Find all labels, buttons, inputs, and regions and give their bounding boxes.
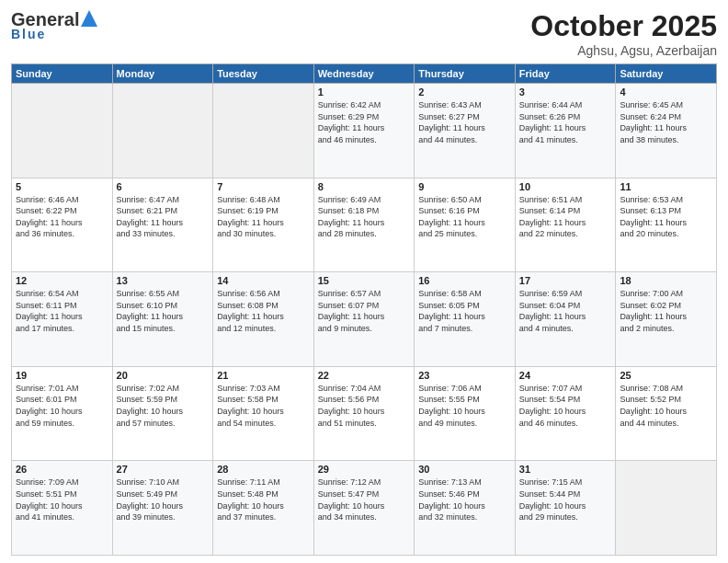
col-header-wednesday: Wednesday — [313, 64, 415, 84]
day-info: Sunrise: 7:07 AM Sunset: 5:54 PM Dayligh… — [519, 383, 612, 429]
day-info: Sunrise: 6:54 AM Sunset: 6:11 PM Dayligh… — [16, 288, 108, 334]
day-info: Sunrise: 6:58 AM Sunset: 6:05 PM Dayligh… — [418, 288, 511, 334]
day-number: 21 — [217, 370, 310, 381]
day-info: Sunrise: 7:13 AM Sunset: 5:46 PM Dayligh… — [418, 477, 511, 523]
day-number: 16 — [418, 275, 511, 286]
calendar-cell: 2Sunrise: 6:43 AM Sunset: 6:27 PM Daylig… — [415, 84, 516, 178]
calendar-cell: 11Sunrise: 6:53 AM Sunset: 6:13 PM Dayli… — [616, 178, 717, 272]
calendar-cell: 13Sunrise: 6:55 AM Sunset: 6:10 PM Dayli… — [112, 272, 213, 367]
calendar-cell: 20Sunrise: 7:02 AM Sunset: 5:59 PM Dayli… — [112, 366, 213, 461]
calendar-cell: 28Sunrise: 7:11 AM Sunset: 5:48 PM Dayli… — [213, 461, 314, 556]
day-number: 6 — [117, 181, 210, 192]
day-number: 9 — [418, 181, 511, 192]
day-number: 31 — [519, 464, 612, 475]
calendar-cell: 24Sunrise: 7:07 AM Sunset: 5:54 PM Dayli… — [515, 366, 616, 461]
calendar-cell — [213, 84, 314, 178]
col-header-saturday: Saturday — [616, 64, 717, 84]
day-number: 11 — [620, 181, 712, 192]
day-number: 20 — [117, 370, 210, 381]
day-number: 18 — [620, 275, 712, 286]
calendar-cell: 14Sunrise: 6:56 AM Sunset: 6:08 PM Dayli… — [213, 272, 314, 367]
day-number: 15 — [318, 275, 411, 286]
day-number: 3 — [519, 86, 612, 98]
day-number: 29 — [318, 464, 411, 475]
day-info: Sunrise: 6:46 AM Sunset: 6:22 PM Dayligh… — [16, 194, 108, 240]
day-info: Sunrise: 6:56 AM Sunset: 6:08 PM Dayligh… — [217, 288, 310, 334]
day-info: Sunrise: 6:44 AM Sunset: 6:26 PM Dayligh… — [519, 99, 612, 145]
day-info: Sunrise: 7:10 AM Sunset: 5:49 PM Dayligh… — [117, 477, 210, 523]
calendar-cell — [12, 84, 113, 178]
day-number: 23 — [418, 370, 511, 381]
day-info: Sunrise: 7:03 AM Sunset: 5:58 PM Dayligh… — [217, 383, 310, 429]
day-info: Sunrise: 6:49 AM Sunset: 6:18 PM Dayligh… — [318, 194, 411, 240]
day-number: 19 — [16, 370, 108, 381]
calendar-cell: 30Sunrise: 7:13 AM Sunset: 5:46 PM Dayli… — [415, 461, 516, 556]
day-info: Sunrise: 7:15 AM Sunset: 5:44 PM Dayligh… — [519, 477, 612, 523]
calendar-cell: 10Sunrise: 6:51 AM Sunset: 6:14 PM Dayli… — [515, 178, 616, 272]
header-row: SundayMondayTuesdayWednesdayThursdayFrid… — [12, 64, 717, 84]
col-header-tuesday: Tuesday — [213, 64, 314, 84]
day-number: 26 — [16, 464, 108, 475]
day-info: Sunrise: 7:01 AM Sunset: 6:01 PM Dayligh… — [16, 383, 108, 429]
col-header-friday: Friday — [515, 64, 616, 84]
day-number: 30 — [418, 464, 511, 475]
day-info: Sunrise: 7:02 AM Sunset: 5:59 PM Dayligh… — [117, 383, 210, 429]
day-info: Sunrise: 7:12 AM Sunset: 5:47 PM Dayligh… — [318, 477, 411, 523]
calendar-cell: 12Sunrise: 6:54 AM Sunset: 6:11 PM Dayli… — [12, 272, 113, 367]
day-number: 12 — [16, 275, 108, 286]
calendar-cell — [616, 461, 717, 556]
calendar-row-4: 26Sunrise: 7:09 AM Sunset: 5:51 PM Dayli… — [12, 461, 717, 556]
calendar-cell: 3Sunrise: 6:44 AM Sunset: 6:26 PM Daylig… — [515, 84, 616, 178]
calendar-cell: 29Sunrise: 7:12 AM Sunset: 5:47 PM Dayli… — [313, 461, 415, 556]
calendar-cell: 7Sunrise: 6:48 AM Sunset: 6:19 PM Daylig… — [213, 178, 314, 272]
day-number: 5 — [16, 181, 108, 192]
page: General Blue October 2025 Aghsu, Agsu, A… — [0, 0, 728, 563]
calendar-cell: 22Sunrise: 7:04 AM Sunset: 5:56 PM Dayli… — [313, 366, 415, 461]
calendar-cell: 17Sunrise: 6:59 AM Sunset: 6:04 PM Dayli… — [515, 272, 616, 367]
day-number: 8 — [318, 181, 411, 192]
day-info: Sunrise: 6:57 AM Sunset: 6:07 PM Dayligh… — [318, 288, 411, 334]
day-number: 17 — [519, 275, 612, 286]
calendar-row-2: 12Sunrise: 6:54 AM Sunset: 6:11 PM Dayli… — [12, 272, 717, 367]
day-number: 27 — [117, 464, 210, 475]
calendar-cell: 9Sunrise: 6:50 AM Sunset: 6:16 PM Daylig… — [415, 178, 516, 272]
day-info: Sunrise: 6:59 AM Sunset: 6:04 PM Dayligh… — [519, 288, 612, 334]
logo: General Blue — [11, 9, 97, 41]
title-block: October 2025 Aghsu, Agsu, Azerbaijan — [530, 9, 717, 58]
calendar-cell: 27Sunrise: 7:10 AM Sunset: 5:49 PM Dayli… — [112, 461, 213, 556]
day-number: 22 — [318, 370, 411, 381]
day-number: 7 — [217, 181, 310, 192]
day-info: Sunrise: 7:06 AM Sunset: 5:55 PM Dayligh… — [418, 383, 511, 429]
day-number: 10 — [519, 181, 612, 192]
day-info: Sunrise: 6:43 AM Sunset: 6:27 PM Dayligh… — [418, 99, 511, 145]
calendar-cell: 1Sunrise: 6:42 AM Sunset: 6:29 PM Daylig… — [313, 84, 415, 178]
day-number: 13 — [117, 275, 210, 286]
day-number: 28 — [217, 464, 310, 475]
calendar-cell: 18Sunrise: 7:00 AM Sunset: 6:02 PM Dayli… — [616, 272, 717, 367]
calendar-cell — [112, 84, 213, 178]
calendar-subtitle: Aghsu, Agsu, Azerbaijan — [530, 43, 717, 58]
calendar-table: SundayMondayTuesdayWednesdayThursdayFrid… — [11, 63, 717, 556]
day-info: Sunrise: 7:08 AM Sunset: 5:52 PM Dayligh… — [620, 383, 712, 429]
calendar-title: October 2025 — [530, 9, 717, 43]
day-info: Sunrise: 6:47 AM Sunset: 6:21 PM Dayligh… — [117, 194, 210, 240]
calendar-cell: 16Sunrise: 6:58 AM Sunset: 6:05 PM Dayli… — [415, 272, 516, 367]
day-info: Sunrise: 7:09 AM Sunset: 5:51 PM Dayligh… — [16, 477, 108, 523]
day-info: Sunrise: 7:11 AM Sunset: 5:48 PM Dayligh… — [217, 477, 310, 523]
calendar-cell: 8Sunrise: 6:49 AM Sunset: 6:18 PM Daylig… — [313, 178, 415, 272]
day-number: 25 — [620, 370, 712, 381]
day-number: 14 — [217, 275, 310, 286]
calendar-cell: 31Sunrise: 7:15 AM Sunset: 5:44 PM Dayli… — [515, 461, 616, 556]
calendar-row-1: 5Sunrise: 6:46 AM Sunset: 6:22 PM Daylig… — [12, 178, 717, 272]
calendar-row-3: 19Sunrise: 7:01 AM Sunset: 6:01 PM Dayli… — [12, 366, 717, 461]
calendar-cell: 6Sunrise: 6:47 AM Sunset: 6:21 PM Daylig… — [112, 178, 213, 272]
day-number: 4 — [620, 86, 712, 98]
day-number: 1 — [318, 86, 411, 98]
header: General Blue October 2025 Aghsu, Agsu, A… — [11, 9, 717, 58]
day-info: Sunrise: 6:42 AM Sunset: 6:29 PM Dayligh… — [318, 99, 411, 145]
day-number: 2 — [418, 86, 511, 98]
day-info: Sunrise: 7:00 AM Sunset: 6:02 PM Dayligh… — [620, 288, 712, 334]
calendar-cell: 23Sunrise: 7:06 AM Sunset: 5:55 PM Dayli… — [415, 366, 516, 461]
logo-blue: Blue — [11, 27, 46, 41]
calendar-cell: 26Sunrise: 7:09 AM Sunset: 5:51 PM Dayli… — [12, 461, 113, 556]
